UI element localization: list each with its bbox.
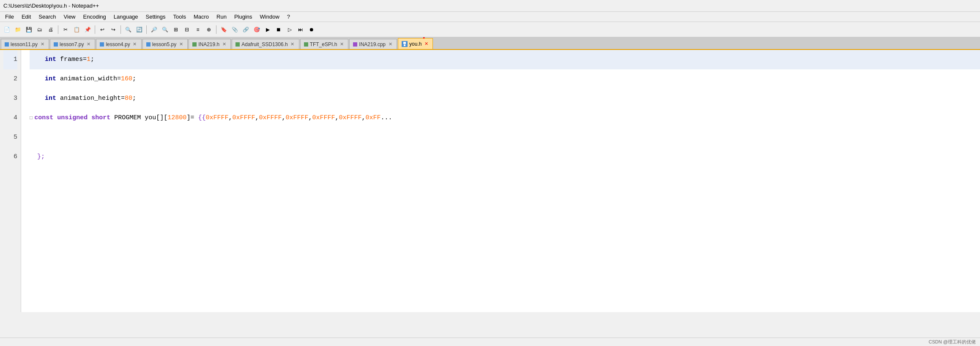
toolbar-sep-4 xyxy=(146,25,147,34)
code-line-3: int animation_height=80; xyxy=(30,89,980,108)
toolbar-open[interactable]: 📁 xyxy=(13,25,23,35)
tab-adafruit-icon xyxy=(235,42,240,47)
toolbar-find[interactable]: 🔍 xyxy=(123,25,133,35)
toolbar-print[interactable]: 🖨 xyxy=(46,25,56,35)
svg-rect-2 xyxy=(404,44,405,46)
code-line-4: □const unsigned short PROGMEM you[][1280… xyxy=(30,108,980,128)
toolbar-save-all[interactable]: 🗂 xyxy=(35,25,45,35)
tab-tft-icon xyxy=(304,42,308,47)
svg-line-4 xyxy=(424,37,436,38)
tab-lesson11-icon xyxy=(5,42,9,47)
code-line-2: int animation_width=160; xyxy=(30,69,980,89)
tab-lesson7-label: lesson7.py xyxy=(60,41,84,47)
menu-settings[interactable]: Settings xyxy=(142,13,169,21)
toolbar-sep-5 xyxy=(216,25,216,34)
toolbar-cut[interactable]: ✂ xyxy=(60,25,71,35)
toolbar-b5[interactable]: 🔖 xyxy=(219,25,229,35)
toolbar-zoom-out[interactable]: 🔍 xyxy=(160,25,170,35)
tab-ina219-cpp[interactable]: INA219.cpp ✕ xyxy=(349,39,397,49)
tab-lesson7[interactable]: lesson7.py ✕ xyxy=(50,39,95,49)
tab-ina219-h-icon xyxy=(192,42,197,47)
menu-tools[interactable]: Tools xyxy=(170,13,189,21)
titlebar-text: C:\Users\lz\Desktop\you.h - Notepad++ xyxy=(3,3,99,9)
toolbar-redo[interactable]: ↪ xyxy=(108,25,118,35)
line-numbers: 1 2 3 4 5 6 xyxy=(0,50,21,312)
toolbar-b7[interactable]: 🔗 xyxy=(241,25,251,35)
toolbar: 📄 📁 💾 🗂 🖨 ✂ 📋 📌 ↩ ↪ 🔍 🔄 🔎 🔍 ⊞ ⊟ ≡ ⊕ 🔖 📎 … xyxy=(0,22,980,37)
tab-tft[interactable]: TFT_eSPI.h ✕ xyxy=(300,39,349,49)
tab-lesson5-label: lesson5.py xyxy=(152,41,176,47)
menu-window[interactable]: Window xyxy=(257,13,283,21)
toolbar-b10[interactable]: ⏹ xyxy=(274,25,284,35)
tab-lesson11-close[interactable]: ✕ xyxy=(39,41,45,47)
tab-adafruit-label: Adafruit_SSD1306.h xyxy=(241,41,287,47)
tab-ina219-h-label: INA219.h xyxy=(198,41,219,47)
tab-lesson5-icon xyxy=(146,42,151,47)
menu-macro[interactable]: Macro xyxy=(190,13,212,21)
menu-help[interactable]: ? xyxy=(284,13,293,21)
menubar: File Edit Search View Encoding Language … xyxy=(0,12,980,22)
tab-lesson11-label: lesson11.py xyxy=(11,41,38,47)
code-area[interactable]: int frames=1; int animation_width=160; i… xyxy=(21,50,980,312)
statusbar-text: CSDN @理工科的优佬 xyxy=(929,339,976,345)
tab-you-h-label: you.h xyxy=(409,41,422,47)
tab-lesson4[interactable]: lesson4.py ✕ xyxy=(96,39,141,49)
menu-file[interactable]: File xyxy=(2,13,17,21)
tab-tft-label: TFT_eSPI.h xyxy=(310,41,337,47)
toolbar-b8[interactable]: 🎯 xyxy=(252,25,262,35)
tab-ina219-cpp-label: INA219.cpp xyxy=(359,41,386,47)
tab-lesson4-icon xyxy=(100,42,104,47)
code-line-6: }; xyxy=(30,147,980,167)
tabbar: lesson11.py ✕ lesson7.py ✕ lesson4.py ✕ … xyxy=(0,37,980,50)
toolbar-zoom-in[interactable]: 🔎 xyxy=(149,25,159,35)
toolbar-copy[interactable]: 📋 xyxy=(71,25,82,35)
code-line-5 xyxy=(30,128,980,147)
menu-search[interactable]: Search xyxy=(35,13,59,21)
toolbar-new[interactable]: 📄 xyxy=(2,25,12,35)
tab-ina219-h-close[interactable]: ✕ xyxy=(221,41,227,47)
tab-ina219-cpp-close[interactable]: ✕ xyxy=(387,41,393,47)
menu-view[interactable]: View xyxy=(60,13,79,21)
toolbar-b6[interactable]: 📎 xyxy=(230,25,240,35)
statusbar: CSDN @理工科的优佬 xyxy=(0,338,980,346)
toolbar-b11[interactable]: ▷ xyxy=(285,25,295,35)
tab-adafruit[interactable]: Adafruit_SSD1306.h ✕ xyxy=(232,39,299,49)
toolbar-b1[interactable]: ⊞ xyxy=(171,25,181,35)
tab-lesson11[interactable]: lesson11.py ✕ xyxy=(1,39,49,49)
menu-plugins[interactable]: Plugins xyxy=(231,13,256,21)
tab-you-h-close[interactable]: ✕ xyxy=(423,41,429,47)
tab-you-h-icon xyxy=(402,41,408,47)
toolbar-b9[interactable]: ▶ xyxy=(263,25,273,35)
toolbar-b4[interactable]: ⊕ xyxy=(204,25,214,35)
toolbar-replace[interactable]: 🔄 xyxy=(134,25,144,35)
tab-adafruit-close[interactable]: ✕ xyxy=(290,41,296,47)
toolbar-sep-3 xyxy=(120,25,121,34)
tab-lesson5[interactable]: lesson5.py ✕ xyxy=(142,39,188,49)
tab-lesson7-close[interactable]: ✕ xyxy=(85,41,91,47)
svg-rect-1 xyxy=(403,42,406,44)
toolbar-sep-2 xyxy=(95,25,95,34)
tab-ina219-h[interactable]: INA219.h ✕ xyxy=(189,39,231,49)
toolbar-b3[interactable]: ≡ xyxy=(193,25,203,35)
toolbar-b12[interactable]: ⏭ xyxy=(296,25,306,35)
toolbar-b2[interactable]: ⊟ xyxy=(182,25,192,35)
tab-lesson5-close[interactable]: ✕ xyxy=(178,41,184,47)
editor: 1 2 3 4 5 6 int frames=1; int animation_… xyxy=(0,50,980,312)
menu-encoding[interactable]: Encoding xyxy=(80,13,109,21)
menu-language[interactable]: Language xyxy=(110,13,142,21)
tab-you-h[interactable]: you.h ✕ xyxy=(398,38,433,49)
menu-edit[interactable]: Edit xyxy=(18,13,34,21)
tab-tft-close[interactable]: ✕ xyxy=(339,41,345,47)
toolbar-b13[interactable]: ⏺ xyxy=(307,25,317,35)
titlebar: C:\Users\lz\Desktop\you.h - Notepad++ xyxy=(0,0,980,12)
tab-ina219-cpp-icon xyxy=(353,42,357,47)
code-line-1: int frames=1; xyxy=(30,50,980,69)
toolbar-undo[interactable]: ↩ xyxy=(97,25,107,35)
toolbar-sep-1 xyxy=(58,25,58,34)
toolbar-paste[interactable]: 📌 xyxy=(82,25,93,35)
tab-lesson4-close[interactable]: ✕ xyxy=(132,41,138,47)
tab-lesson7-icon xyxy=(54,42,58,47)
toolbar-save[interactable]: 💾 xyxy=(24,25,34,35)
tab-lesson4-label: lesson4.py xyxy=(106,41,130,47)
menu-run[interactable]: Run xyxy=(213,13,230,21)
